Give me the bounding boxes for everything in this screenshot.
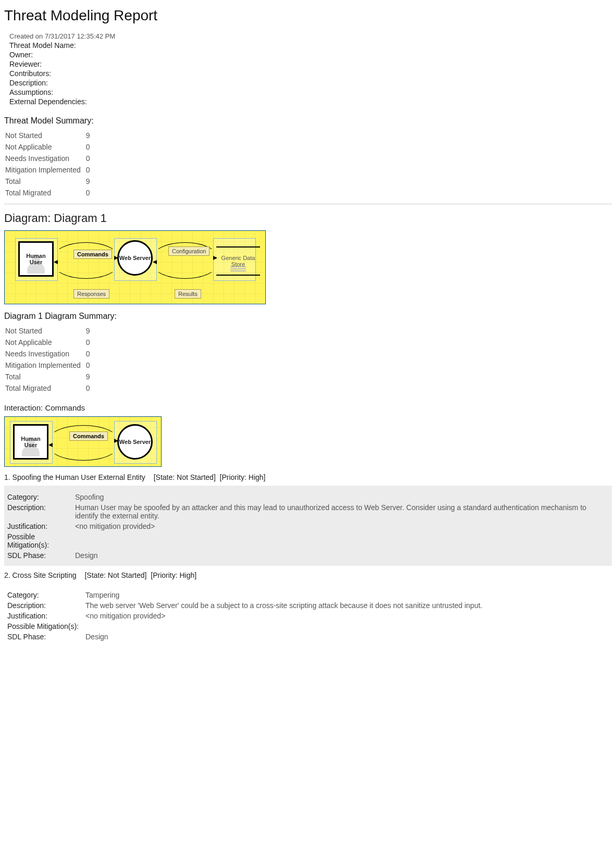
table-row: Needs Investigation0 [4,348,94,360]
diagram-canvas-2: Human User Web Server Commands [4,416,162,467]
threat-block: Category:Spoofing Description:Human User… [4,486,612,566]
table-row: Total9 [4,176,94,187]
summary-table: Not Started9 Not Applicable0 Needs Inves… [4,130,94,199]
meta-assumptions: Assumptions: [9,88,612,96]
arrowhead-icon [54,260,58,264]
table-row: Not Applicable0 [4,141,94,153]
divider [4,204,612,204]
node-human-user: Human User [13,424,48,460]
node-data-store: Generic Data Store [216,246,260,276]
diagram-summary-heading: Diagram 1 Diagram Summary: [4,312,612,321]
table-row: Total9 [4,371,94,382]
flow-label-commands: Commands [69,431,108,441]
table-row: Total Migrated0 [4,382,94,394]
node-web-server: Web Server [117,240,153,276]
threat-heading: 2. Cross Site Scripting [State: Not Star… [4,571,612,579]
diagram-summary-table: Not Started9 Not Applicable0 Needs Inves… [4,325,94,394]
meta-reviewer: Reviewer: [9,60,612,68]
flow-label-results: Results [175,289,201,299]
table-row: Not Applicable0 [4,337,94,348]
threat-heading: 1. Spoofing the Human User External Enti… [4,473,612,481]
flow-label-configuration: Configuration [168,246,210,256]
arrowhead-icon [153,260,157,264]
interaction-heading: Interaction: Commands [4,403,612,412]
table-row: Mitigation Implemented0 [4,164,94,176]
table-row: Needs Investigation0 [4,153,94,164]
meta-list: Threat Model Name: Owner: Reviewer: Cont… [9,41,612,106]
node-human-user: Human User [18,241,54,277]
table-row: Total Migrated0 [4,187,94,199]
arrowhead-icon [48,443,53,447]
flow-label-responses: Responses [73,289,109,299]
threat-block: Category:Tampering Description:The web s… [4,584,612,647]
meta-model-name: Threat Model Name: [9,41,612,49]
meta-ext-deps: External Dependencies: [9,97,612,106]
created-timestamp: Created on 7/31/2017 12:35:42 PM [9,32,612,40]
diagram-canvas-1: Human User Web Server Generic Data Store… [4,230,266,304]
meta-description: Description: [9,79,612,87]
diagram-heading: Diagram: Diagram 1 [4,212,612,225]
table-row: Mitigation Implemented0 [4,360,94,371]
page-title: Threat Modeling Report [4,7,612,24]
summary-heading: Threat Model Summary: [4,116,612,126]
table-row: Not Started9 [4,325,94,337]
meta-owner: Owner: [9,51,612,59]
flow-label-commands: Commands [73,250,112,259]
meta-contributors: Contributors: [9,69,612,78]
table-row: Not Started9 [4,130,94,141]
node-web-server: Web Server [117,424,153,460]
